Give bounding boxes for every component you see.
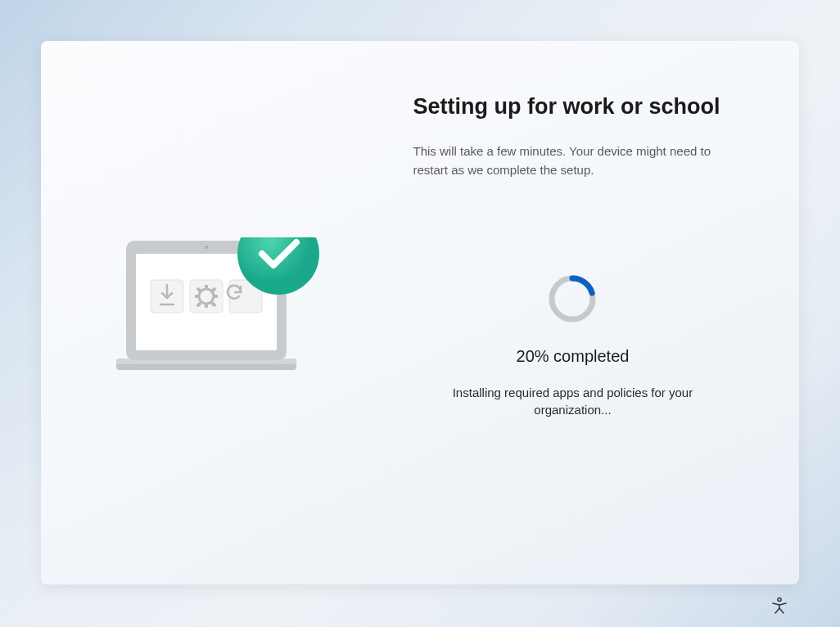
svg-point-3 <box>205 246 208 249</box>
progress-spinner-icon <box>547 273 598 324</box>
progress-section: 20% completed Installing required apps a… <box>413 273 732 418</box>
svg-rect-15 <box>213 295 218 298</box>
page-title: Setting up for work or school <box>413 94 766 120</box>
illustration-panel <box>41 41 404 584</box>
svg-point-22 <box>778 598 781 602</box>
setup-card: Setting up for work or school This will … <box>41 41 799 584</box>
svg-point-11 <box>204 294 210 300</box>
svg-rect-13 <box>205 303 208 308</box>
svg-rect-14 <box>195 295 200 298</box>
status-label: Installing required apps and policies fo… <box>449 384 695 418</box>
accessibility-icon[interactable] <box>770 596 789 616</box>
progress-percent-label: 20% completed <box>517 347 630 366</box>
content-panel: Setting up for work or school This will … <box>404 41 799 584</box>
laptop-illustration <box>116 237 329 388</box>
page-subtitle: This will take a few minutes. Your devic… <box>413 142 732 179</box>
svg-rect-12 <box>205 285 208 290</box>
